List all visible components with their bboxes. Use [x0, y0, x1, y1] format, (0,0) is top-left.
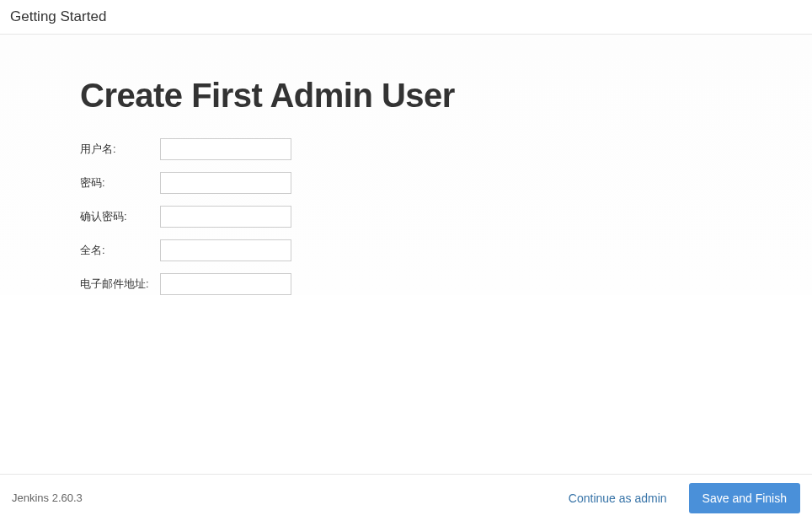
password-label: 密码:: [80, 175, 160, 191]
password-input[interactable]: [160, 172, 291, 194]
header: Getting Started: [0, 0, 812, 35]
fullname-input[interactable]: [160, 239, 291, 261]
fullname-label: 全名:: [80, 243, 160, 258]
version-text: Jenkins 2.60.3: [12, 491, 83, 504]
header-title: Getting Started: [10, 8, 802, 25]
continue-as-admin-button[interactable]: Continue as admin: [562, 486, 674, 510]
page-title: Create First Admin User: [80, 77, 732, 115]
username-label: 用户名:: [80, 142, 160, 157]
footer: Jenkins 2.60.3 Continue as admin Save an…: [0, 474, 812, 521]
form-row-fullname: 全名:: [80, 239, 732, 261]
footer-actions: Continue as admin Save and Finish: [562, 483, 800, 513]
save-and-finish-button[interactable]: Save and Finish: [689, 483, 800, 513]
email-label: 电子邮件地址:: [80, 277, 160, 292]
confirm-password-label: 确认密码:: [80, 209, 160, 224]
form-row-username: 用户名:: [80, 138, 732, 160]
form-row-password: 密码:: [80, 172, 732, 194]
email-input[interactable]: [160, 273, 291, 295]
form-row-confirm-password: 确认密码:: [80, 206, 732, 228]
confirm-password-input[interactable]: [160, 206, 291, 228]
form-row-email: 电子邮件地址:: [80, 273, 732, 295]
username-input[interactable]: [160, 138, 291, 160]
main-content: Create First Admin User 用户名: 密码: 确认密码: 全…: [0, 35, 812, 295]
